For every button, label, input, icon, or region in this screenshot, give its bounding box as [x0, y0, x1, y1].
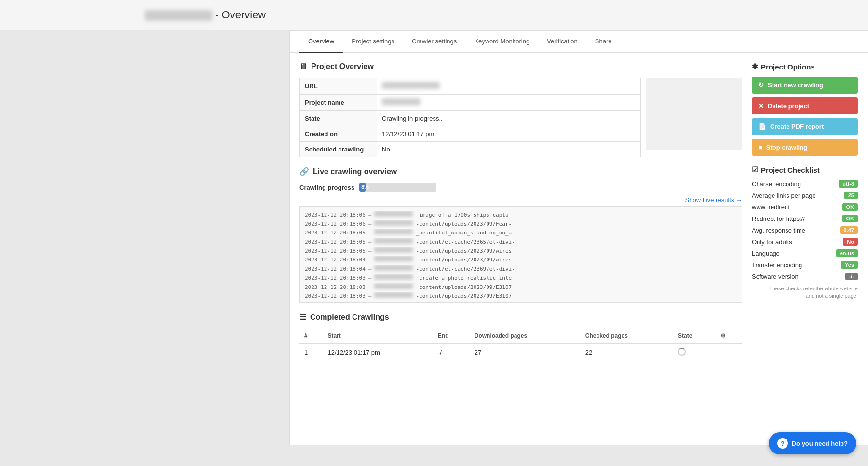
tab-share[interactable]: Share	[586, 31, 621, 53]
spinner-icon	[678, 348, 686, 356]
overview-row: URL Project name State Crawling in progr…	[299, 78, 742, 167]
options-icon: ✱	[752, 62, 758, 71]
col-end: End	[433, 329, 470, 343]
overview-table-wrap: URL Project name State Crawling in progr…	[299, 78, 641, 167]
help-circle-icon: ?	[777, 438, 788, 449]
checklist-row: Average links per page 25	[752, 192, 858, 199]
stop-icon: ■	[759, 144, 762, 151]
completed-table: # Start End Downloaded pages Checked pag…	[299, 329, 742, 361]
tab-crawler-settings[interactable]: Crawler settings	[403, 31, 465, 53]
checklist-row: www. redirect OK	[752, 203, 858, 211]
checklist-note: These checks refer the whole websiteand …	[752, 285, 858, 300]
checklist-row: Software version -/-	[752, 273, 858, 280]
table-row: Scheduled crawling No	[300, 142, 641, 157]
row-downloaded: 27	[470, 343, 581, 361]
table-row: State Crawling in progress..	[300, 111, 641, 126]
label-project-name: Project name	[300, 95, 377, 111]
log-row: 2023-12-12 20:18:04–-content/uploads/202…	[305, 256, 737, 265]
page-title: - Overview	[215, 9, 266, 21]
checklist-badge-language: en-us	[836, 249, 858, 257]
project-thumbnail	[646, 78, 742, 150]
log-row: 2023-12-12 20:18:03–-content/uploads/202…	[305, 283, 737, 292]
project-overview-title: 🖥 Project Overview	[299, 62, 742, 71]
start-icon: ↻	[759, 82, 764, 89]
checklist-badge-software: -/-	[845, 273, 858, 280]
completed-crawlings-title: ☰ Completed Crawlings	[299, 313, 742, 322]
stop-crawling-button[interactable]: ■ Stop crawling	[752, 139, 858, 156]
table-row: URL	[300, 78, 641, 95]
progress-bar-bg: 8%	[359, 183, 436, 192]
checklist-row: Avg. response time 0.47	[752, 226, 858, 234]
delete-project-button[interactable]: ✕ Delete project	[752, 97, 858, 114]
checklist-row: Transfer encoding Yes	[752, 261, 858, 269]
col-num: #	[299, 329, 323, 343]
left-panel: 🖥 Project Overview URL Project name	[299, 62, 742, 361]
checklist-badge-https: OK	[842, 215, 858, 222]
crawl-icon: 🔗	[299, 167, 309, 176]
log-row: 2023-12-12 20:18:03–_create_a_photo_real…	[305, 274, 737, 283]
completed-crawlings-section: ☰ Completed Crawlings # Start End Downlo…	[299, 313, 742, 361]
start-crawling-button[interactable]: ↻ Start new crawling	[752, 77, 858, 94]
checklist-row: Redirect for https:// OK	[752, 215, 858, 222]
delete-icon: ✕	[759, 102, 764, 110]
checklist-row: Only for adults No	[752, 238, 858, 246]
right-panel: ✱ Project Options ↻ Start new crawling ✕…	[752, 62, 858, 361]
log-row: 2023-12-12 20:18:06–-content/uploads/202…	[305, 220, 737, 229]
col-state: State	[673, 329, 716, 343]
checklist-label-software: Software version	[752, 273, 799, 280]
monitor-icon: 🖥	[299, 62, 307, 71]
value-url	[377, 78, 641, 95]
show-live-results-link[interactable]: Show Live results →	[685, 196, 743, 204]
tab-keyword-monitoring[interactable]: Keyword Monitoring	[465, 31, 538, 53]
main-container: Overview Project settings Crawler settin…	[289, 30, 868, 445]
checklist-label-transfer: Transfer encoding	[752, 261, 802, 269]
checklist-label-response: Avg. response time	[752, 227, 805, 234]
checklist-label-links: Average links per page	[752, 192, 816, 199]
show-live-results-row: Show Live results →	[299, 196, 742, 204]
row-end: -/-	[433, 343, 470, 361]
pdf-icon: 📄	[759, 123, 766, 130]
log-row: 2023-12-12 20:18:03–-content/uploads/202…	[305, 292, 737, 301]
list-icon: ☰	[299, 313, 306, 322]
log-output: 2023-12-12 20:18:06–_image_of_a_1700s_sh…	[299, 206, 742, 303]
progress-pct-label: 8%	[361, 184, 369, 190]
progress-label: Crawling progress	[299, 184, 354, 191]
value-state: Crawling in progress..	[377, 111, 641, 126]
row-start: 12/12/23 01:17 pm	[323, 343, 433, 361]
checklist-label-language: Language	[752, 250, 780, 257]
label-state: State	[300, 111, 377, 126]
label-scheduled-crawling: Scheduled crawling	[300, 142, 377, 157]
checklist-row: Language en-us	[752, 249, 858, 257]
content-area: 🖥 Project Overview URL Project name	[290, 53, 868, 371]
log-row: 2023-12-12 20:18:05–-content/et-cache/23…	[305, 238, 737, 247]
help-label: Do you need help?	[792, 440, 848, 447]
completed-table-header: # Start End Downloaded pages Checked pag…	[299, 329, 742, 343]
tab-verification[interactable]: Verification	[538, 31, 586, 53]
progress-bar-wrap: 8%	[359, 183, 436, 192]
checklist-label-charset: Charset encoding	[752, 180, 801, 188]
checklist-badge-transfer: Yes	[841, 261, 858, 269]
help-button[interactable]: ? Do you need help?	[769, 432, 856, 454]
live-crawling-title: 🔗 Live crawling overview	[299, 167, 742, 176]
checklist-badge-links: 25	[844, 192, 858, 199]
create-pdf-button[interactable]: 📄 Create PDF report	[752, 118, 858, 135]
project-options-title: ✱ Project Options	[752, 62, 858, 71]
table-row: Created on 12/12/23 01:17 pm	[300, 126, 641, 142]
tab-project-settings[interactable]: Project settings	[343, 31, 403, 53]
value-scheduled-crawling: No	[377, 142, 641, 157]
tabs-bar: Overview Project settings Crawler settin…	[290, 31, 868, 53]
checklist-icon: ☑	[752, 165, 758, 174]
row-checked: 22	[581, 343, 673, 361]
label-created-on: Created on	[300, 126, 377, 142]
log-row: 2023-12-12 20:18:06–_image_of_a_1700s_sh…	[305, 211, 737, 220]
project-checklist-title: ☑ Project Checklist	[752, 165, 858, 174]
tab-overview[interactable]: Overview	[299, 31, 343, 53]
col-checked: Checked pages	[581, 329, 673, 343]
row-num: 1	[299, 343, 323, 361]
col-actions: ⚙	[716, 329, 742, 343]
col-start: Start	[323, 329, 433, 343]
progress-row: Crawling progress 8%	[299, 183, 742, 192]
checklist-badge-charset: utf-8	[839, 180, 858, 188]
col-downloaded: Downloaded pages	[470, 329, 581, 343]
row-action	[716, 343, 742, 361]
